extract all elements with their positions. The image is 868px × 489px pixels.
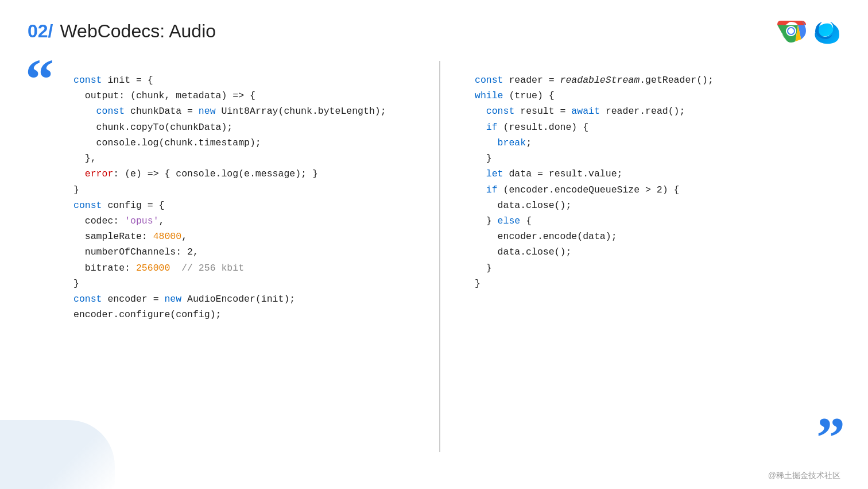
watermark: @稀土掘金技术社区 xyxy=(768,471,840,481)
quote-close: ” xyxy=(816,409,845,466)
code-line: } xyxy=(73,182,422,198)
code-line: const encoder = new AudioEncoder(init); xyxy=(73,291,422,307)
edge-icon xyxy=(811,16,840,46)
code-line: output: (chunk, metadata) => { xyxy=(73,88,422,103)
code-line: if (result.done) { xyxy=(475,120,823,135)
code-line: } xyxy=(73,276,422,291)
header: 02/ WebCodecs: Audio xyxy=(0,0,868,55)
code-line: codec: 'opus', xyxy=(73,213,422,229)
right-code-panel: const reader = readableStream.getReader(… xyxy=(440,61,840,452)
code-line: } else { xyxy=(475,213,823,229)
code-line: const reader = readableStream.getReader(… xyxy=(475,72,823,88)
code-line: error: (e) => { console.log(e.message); … xyxy=(73,166,422,182)
slide-number: 02/ xyxy=(28,21,53,42)
content-area: const init = { output: (chunk, metadata)… xyxy=(0,55,868,475)
code-line: const chunkData = new Uint8Array(chunk.b… xyxy=(73,103,422,119)
code-line: } xyxy=(475,151,823,166)
code-line: chunk.copyTo(chunkData); xyxy=(73,120,422,135)
code-line: encoder.configure(config); xyxy=(73,307,422,322)
code-line: sampleRate: 48000, xyxy=(73,229,422,244)
code-line: } xyxy=(475,260,823,276)
slide-title: WebCodecs: Audio xyxy=(60,21,216,42)
code-line: data.close(); xyxy=(475,244,823,260)
left-code-panel: const init = { output: (chunk, metadata)… xyxy=(28,61,440,452)
code-line: console.log(chunk.timestamp); xyxy=(73,135,422,151)
code-line: const init = { xyxy=(73,72,422,88)
code-line: const result = await reader.read(); xyxy=(475,103,823,119)
code-line: }, xyxy=(73,151,422,166)
code-line: let data = result.value; xyxy=(475,166,823,182)
code-line: break; xyxy=(475,135,823,151)
svg-point-3 xyxy=(788,28,794,34)
header-left: 02/ WebCodecs: Audio xyxy=(28,21,216,42)
chrome-icon xyxy=(776,16,806,46)
code-line: encoder.encode(data); xyxy=(475,229,823,244)
code-line: if (encoder.encodeQueueSize > 2) { xyxy=(475,182,823,198)
code-line: } xyxy=(475,276,823,291)
code-line: while (true) { xyxy=(475,88,823,103)
code-line: bitrate: 256000 // 256 kbit xyxy=(73,260,422,276)
code-line: data.close(); xyxy=(475,198,823,213)
code-line: numberOfChannels: 2, xyxy=(73,244,422,260)
code-line: const config = { xyxy=(73,198,422,213)
browser-icons xyxy=(776,16,840,46)
